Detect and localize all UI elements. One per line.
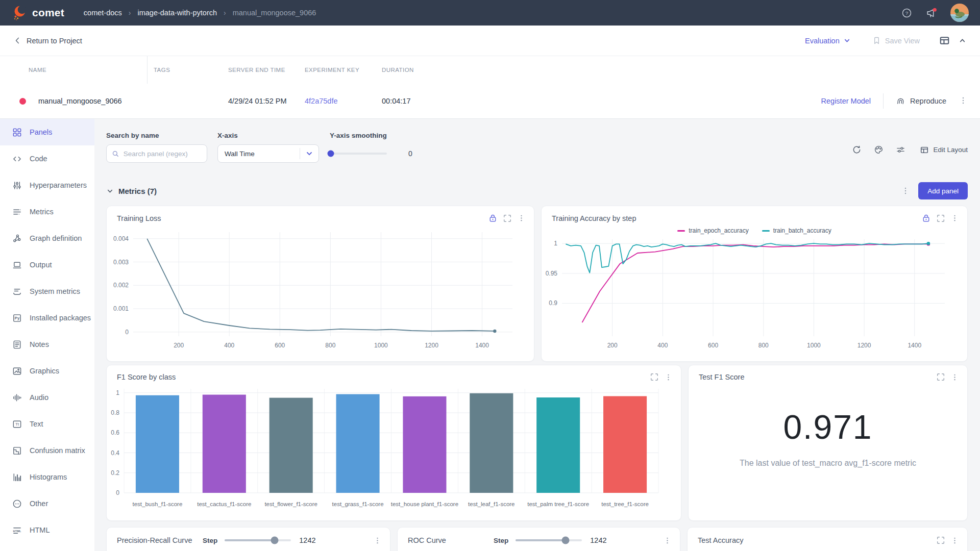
metrics-section-toggle[interactable]: Metrics (7) — [106, 187, 157, 195]
sliders-icon[interactable] — [896, 145, 905, 155]
register-model-link[interactable]: Register Model — [821, 97, 871, 105]
collapse-header-icon[interactable] — [958, 36, 967, 45]
breadcrumb-experiment[interactable]: manual_mongoose_9066 — [233, 9, 316, 17]
column-header-duration[interactable]: DURATION — [382, 67, 458, 73]
x-axis-value: Wall Time — [225, 150, 300, 158]
sidebar-item-notes[interactable]: Notes — [0, 331, 94, 358]
table-row[interactable]: manual_mongoose_9066 4/29/24 01:52 PM 4f… — [0, 84, 980, 118]
breadcrumb-project[interactable]: image-data-with-pytorch — [137, 9, 217, 17]
save-view-button[interactable]: Save View — [872, 36, 920, 45]
panel-kebab-icon[interactable] — [950, 536, 959, 545]
html-icon: HTML — [12, 525, 22, 535]
hyperparameters-icon — [12, 181, 22, 190]
roc-step-slider[interactable] — [516, 539, 582, 541]
expand-icon[interactable] — [650, 372, 659, 382]
reproduce-button[interactable]: Reproduce — [896, 96, 946, 106]
megaphone-icon[interactable] — [925, 7, 937, 19]
return-to-project-link[interactable]: Return to Project — [13, 36, 82, 45]
sidebar-item-other[interactable]: Other — [0, 490, 94, 517]
panel-f1-by-class: F1 Score by class — [106, 365, 681, 521]
panel-kebab-icon[interactable] — [950, 373, 959, 382]
svg-text:400: 400 — [657, 342, 668, 349]
sidebar-item-installed-packages[interactable]: PyInstalled packages — [0, 305, 94, 331]
bar-test_grass_f1-score[interactable] — [336, 394, 380, 493]
view-dropdown[interactable]: Evaluation — [805, 37, 851, 45]
bar-test_flower_f1-score[interactable] — [270, 398, 313, 493]
bar-test_palm tree_f1-score[interactable] — [536, 397, 580, 493]
sidebar-item-panels[interactable]: Panels — [0, 119, 94, 145]
panel-title: Test F1 Score — [699, 373, 744, 381]
series-train_epoch_accuracy — [582, 244, 928, 322]
pr-step-slider[interactable] — [225, 539, 291, 541]
panel-kebab-icon[interactable] — [517, 214, 526, 222]
sidebar-item-metrics[interactable]: Metrics — [0, 198, 94, 225]
avatar[interactable] — [950, 4, 969, 22]
smoothing-slider[interactable] — [330, 153, 387, 155]
edit-layout-button[interactable]: Edit Layout — [920, 145, 968, 155]
palette-icon[interactable] — [874, 145, 884, 155]
sidebar-item-graph-definition[interactable]: Graph definition — [0, 225, 94, 252]
expand-icon[interactable] — [936, 372, 945, 382]
comet-logo[interactable]: comet — [11, 5, 64, 21]
lock-icon[interactable] — [488, 213, 498, 223]
sidebar-item-output[interactable]: Output — [0, 252, 94, 278]
panel-kebab-icon[interactable] — [664, 373, 673, 382]
bar-test_tree_f1-score[interactable] — [603, 396, 647, 493]
bar-test_bush_f1-score[interactable] — [136, 395, 179, 493]
sidebar-item-graphics[interactable]: Graphics — [0, 358, 94, 384]
bar-test_leaf_f1-score[interactable] — [470, 393, 513, 493]
refresh-icon[interactable] — [852, 145, 862, 155]
column-header-tags[interactable]: TAGS — [154, 67, 228, 73]
panel-kebab-icon[interactable] — [950, 214, 959, 222]
bookmark-icon — [872, 36, 881, 45]
svg-text:0.4: 0.4 — [111, 449, 119, 457]
sidebar-item-text[interactable]: TtText — [0, 411, 94, 437]
add-panel-button[interactable]: Add panel — [918, 182, 968, 199]
smoothing-slider-knob[interactable] — [328, 151, 334, 157]
help-icon[interactable]: ? — [901, 8, 912, 18]
metrics-kebab-icon[interactable] — [901, 186, 910, 195]
panel-kebab-icon[interactable] — [373, 536, 382, 545]
svg-text:0.95: 0.95 — [546, 270, 558, 277]
expand-icon[interactable] — [936, 536, 945, 545]
panel-training-loss: Training Loss — [106, 206, 534, 362]
expand-icon[interactable] — [503, 214, 512, 223]
column-header-name[interactable]: NAME — [29, 56, 148, 84]
sidebar-item-system-metrics[interactable]: System metrics — [0, 278, 94, 305]
graph-definition-icon — [12, 234, 22, 243]
sidebar-item-html[interactable]: HTMLHTML — [0, 517, 94, 543]
sidebar-item-label: Confusion matrix — [30, 446, 85, 455]
bar-test_cactus_f1-score[interactable] — [203, 395, 246, 493]
column-header-experiment-key[interactable]: EXPERIMENT KEY — [305, 67, 382, 73]
svg-text:1400: 1400 — [908, 342, 921, 349]
row-kebab-icon[interactable] — [959, 96, 968, 107]
roc-step-slider-knob[interactable] — [561, 537, 569, 544]
code-icon — [12, 154, 22, 164]
experiment-key-link[interactable]: 4f2a75dfe — [305, 97, 338, 105]
audio-icon — [12, 393, 22, 403]
roc-step-value: 1242 — [590, 536, 606, 544]
column-header-server-end-time[interactable]: SERVER END TIME — [228, 67, 305, 73]
x-axis-select[interactable]: Wall Time — [217, 144, 319, 163]
sidebar-item-hyperparameters[interactable]: Hyperparameters — [0, 172, 94, 198]
lock-icon[interactable] — [921, 213, 931, 223]
sidebar-item-histograms[interactable]: Histograms — [0, 464, 94, 490]
breadcrumb-workspace[interactable]: comet-docs — [84, 9, 122, 17]
layout-icon[interactable] — [939, 35, 950, 46]
chevron-down-icon — [843, 37, 851, 44]
system-metrics-icon — [12, 287, 22, 296]
svg-text:200: 200 — [607, 342, 618, 349]
bar-test_house plant_f1-score[interactable] — [403, 396, 446, 493]
expand-icon[interactable] — [936, 214, 945, 223]
step-label: Step — [494, 537, 508, 544]
legend-item-train_epoch_accuracy[interactable]: train_epoch_accuracy — [677, 227, 748, 234]
panel-kebab-icon[interactable] — [663, 536, 672, 545]
svg-text:600: 600 — [275, 342, 285, 349]
legend-item-train_batch_accuracy[interactable]: train_batch_accuracy — [762, 227, 831, 234]
search-input[interactable] — [124, 150, 202, 158]
pr-step-slider-knob[interactable] — [271, 537, 278, 544]
experiment-table: NAMETAGSSERVER END TIMEEXPERIMENT KEYDUR… — [0, 56, 980, 119]
sidebar-item-code[interactable]: Code — [0, 145, 94, 172]
sidebar-item-audio[interactable]: Audio — [0, 384, 94, 411]
sidebar-item-confusion-matrix[interactable]: Confusion matrix — [0, 437, 94, 464]
